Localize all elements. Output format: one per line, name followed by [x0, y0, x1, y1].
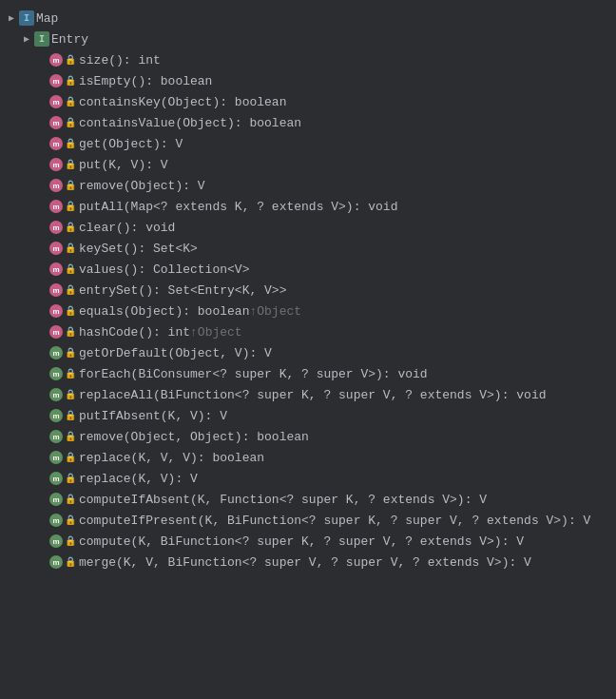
method-putIfAbsent[interactable]: m 🔒 putIfAbsent(K, V): V — [0, 405, 616, 426]
lock-icon: 🔒 — [65, 326, 76, 338]
method-icon-green: m — [49, 493, 63, 506]
method-icon-pink: m — [49, 74, 63, 87]
lock-icon: 🔒 — [65, 368, 76, 379]
lock-icon: 🔒 — [65, 159, 76, 170]
method-icon-green: m — [49, 534, 63, 548]
method-label: containsValue(Object): boolean — [79, 116, 301, 130]
method-icon-green: m — [49, 451, 63, 464]
method-replace1[interactable]: m 🔒 replace(K, V, V): boolean — [0, 447, 616, 468]
method-computeIfAbsent[interactable]: m 🔒 computeIfAbsent(K, Function<? super … — [0, 489, 616, 510]
method-icon-pink: m — [49, 283, 63, 297]
method-label: remove(Object): V — [79, 179, 205, 193]
method-icon-green: m — [49, 409, 63, 422]
method-hashCode[interactable]: m 🔒 hashCode(): int ↑Object — [0, 321, 616, 342]
lock-icon: 🔒 — [65, 389, 76, 400]
method-icon-pink: m — [49, 95, 63, 108]
method-label: computeIfAbsent(K, Function<? super K, ?… — [79, 493, 487, 507]
method-label: getOrDefault(Object, V): V — [79, 346, 272, 360]
lock-icon: 🔒 — [65, 263, 76, 275]
method-icon-green: m — [49, 346, 63, 359]
method-forEach[interactable]: m 🔒 forEach(BiConsumer<? super K, ? supe… — [0, 363, 616, 384]
method-icon-pink: m — [49, 137, 63, 150]
method-icon-pink: m — [49, 53, 63, 67]
method-label: putIfAbsent(K, V): V — [79, 409, 227, 423]
lock-icon: 🔒 — [65, 410, 76, 421]
method-replaceAll[interactable]: m 🔒 replaceAll(BiFunction<? super K, ? s… — [0, 384, 616, 405]
interface-icon: I — [34, 31, 49, 47]
method-putAll[interactable]: m 🔒 putAll(Map<? extends K, ? extends V>… — [0, 196, 616, 217]
lock-icon: 🔒 — [65, 515, 76, 526]
chevron-map[interactable]: ▶ — [4, 10, 19, 26]
method-icon-pink: m — [49, 325, 63, 339]
method-parent: ↑Object — [190, 325, 242, 340]
method-icon-pink: m — [49, 304, 63, 318]
method-label: replace(K, V, V): boolean — [79, 451, 264, 465]
method-label: compute(K, BiFunction<? super K, ? super… — [79, 534, 524, 549]
method-remove1[interactable]: m 🔒 remove(Object): V — [0, 175, 616, 196]
method-containsValue[interactable]: m 🔒 containsValue(Object): boolean — [0, 112, 616, 133]
map-icon: I — [19, 10, 34, 26]
chevron-entry[interactable]: ▶ — [19, 31, 34, 47]
method-size[interactable]: m 🔒 size(): int — [0, 49, 616, 70]
method-getOrDefault[interactable]: m 🔒 getOrDefault(Object, V): V — [0, 342, 616, 363]
lock-icon: 🔒 — [65, 54, 76, 66]
lock-icon: 🔒 — [65, 138, 76, 149]
method-put[interactable]: m 🔒 put(K, V): V — [0, 154, 616, 175]
method-icon-green: m — [49, 367, 63, 380]
lock-icon: 🔒 — [65, 305, 76, 317]
method-label: containsKey(Object): boolean — [79, 95, 286, 109]
method-label: entrySet(): Set<Entry<K, V>> — [79, 283, 286, 298]
method-icon-pink: m — [49, 116, 63, 129]
lock-icon: 🔒 — [65, 180, 76, 191]
method-label: size(): int — [79, 53, 161, 68]
method-clear[interactable]: m 🔒 clear(): void — [0, 217, 616, 238]
method-get[interactable]: m 🔒 get(Object): V — [0, 133, 616, 154]
method-isEmpty[interactable]: m 🔒 isEmpty(): boolean — [0, 70, 616, 91]
lock-icon: 🔒 — [65, 556, 76, 568]
method-compute[interactable]: m 🔒 compute(K, BiFunction<? super K, ? s… — [0, 531, 616, 552]
method-values[interactable]: m 🔒 values(): Collection<V> — [0, 259, 616, 280]
method-icon-green: m — [49, 472, 63, 485]
method-label: get(Object): V — [79, 137, 183, 151]
method-icon-green: m — [49, 514, 63, 527]
method-icon-pink: m — [49, 158, 63, 171]
method-replace2[interactable]: m 🔒 replace(K, V): V — [0, 468, 616, 489]
method-icon-pink: m — [49, 221, 63, 234]
method-icon-green: m — [49, 388, 63, 401]
method-icon-pink: m — [49, 200, 63, 213]
method-icon-green: m — [49, 555, 63, 569]
method-entrySet[interactable]: m 🔒 entrySet(): Set<Entry<K, V>> — [0, 280, 616, 301]
method-label: hashCode(): int — [79, 325, 190, 340]
method-label: keySet(): Set<K> — [79, 242, 198, 256]
lock-icon: 🔒 — [65, 494, 76, 505]
method-parent: ↑Object — [249, 304, 301, 319]
tree-root-map[interactable]: ▶ I Map — [0, 8, 616, 29]
method-label: equals(Object): boolean — [79, 304, 249, 319]
method-label: replace(K, V): V — [79, 472, 198, 486]
lock-icon: 🔒 — [65, 201, 76, 212]
method-icon-pink: m — [49, 242, 63, 255]
lock-icon: 🔒 — [65, 117, 76, 128]
lock-icon: 🔒 — [65, 222, 76, 233]
method-equals[interactable]: m 🔒 equals(Object): boolean ↑Object — [0, 301, 616, 321]
method-icon-pink: m — [49, 262, 63, 276]
method-label: forEach(BiConsumer<? super K, ? super V>… — [79, 367, 428, 381]
lock-icon: 🔒 — [65, 347, 76, 359]
method-computeIfPresent[interactable]: m 🔒 computeIfPresent(K, BiFunction<? sup… — [0, 510, 616, 531]
method-icon-pink: m — [49, 179, 63, 192]
method-label: put(K, V): V — [79, 158, 168, 172]
method-label: putAll(Map<? extends K, ? extends V>): v… — [79, 200, 397, 214]
map-label: Map — [36, 11, 58, 26]
method-label: merge(K, V, BiFunction<? super V, ? supe… — [79, 555, 531, 570]
method-merge[interactable]: m 🔒 merge(K, V, BiFunction<? super V, ? … — [0, 552, 616, 573]
lock-icon: 🔒 — [65, 243, 76, 254]
method-label: isEmpty(): boolean — [79, 74, 212, 88]
method-remove2[interactable]: m 🔒 remove(Object, Object): boolean — [0, 426, 616, 447]
tree-container: ▶ I Map ▶ I Entry m 🔒 size(): int m 🔒 is… — [0, 0, 616, 580]
lock-icon: 🔒 — [65, 535, 76, 547]
lock-icon: 🔒 — [65, 431, 76, 442]
tree-entry[interactable]: ▶ I Entry — [0, 29, 616, 49]
method-containsKey[interactable]: m 🔒 containsKey(Object): boolean — [0, 91, 616, 112]
lock-icon: 🔒 — [65, 473, 76, 484]
method-keySet[interactable]: m 🔒 keySet(): Set<K> — [0, 238, 616, 259]
